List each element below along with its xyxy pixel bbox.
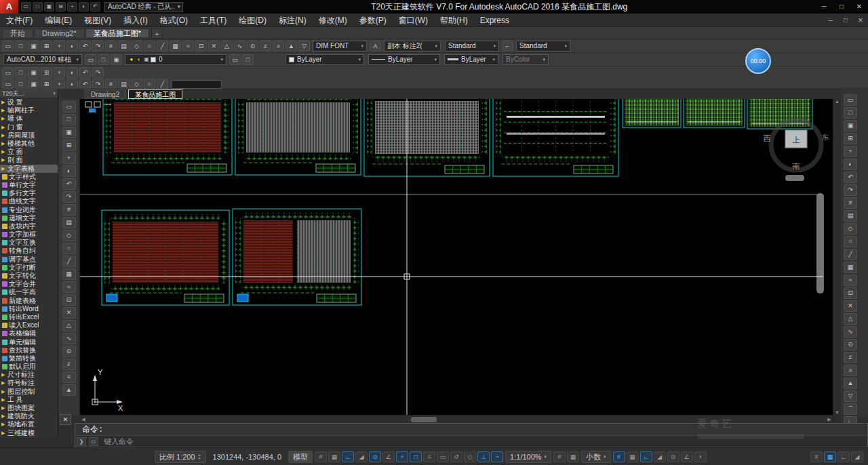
palette-close-button[interactable]: ✕ <box>60 414 71 425</box>
spline-icon[interactable]: # <box>62 204 76 216</box>
layer-states-icon[interactable]: ▣ <box>111 54 122 65</box>
scale-spinner-icon[interactable]: ▲▼ <box>198 453 201 460</box>
palette-item[interactable]: 改块内字 <box>0 222 58 230</box>
edit-spline-icon[interactable]: ≡ <box>844 365 857 376</box>
dynamic-ucs-icon[interactable]: ⊥ <box>477 451 490 462</box>
publish-icon[interactable]: ◐ <box>66 41 78 52</box>
cut-icon[interactable]: ↶ <box>79 41 91 52</box>
polar-tracking-icon[interactable]: ⊙ <box>369 451 381 462</box>
paste-icon[interactable]: # <box>105 41 117 52</box>
multiline-text-icon[interactable]: ∿ <box>62 333 76 344</box>
revision-cloud-icon[interactable]: ↷ <box>62 191 76 203</box>
palette-item[interactable]: 文字转化 <box>0 272 58 280</box>
isolate-objects-icon[interactable]: ▣ <box>28 67 39 78</box>
point-icon[interactable]: ▦ <box>62 268 76 280</box>
palette-item[interactable]: 文字样式 <box>0 173 58 181</box>
graphics-performance-icon[interactable]: ▦ <box>824 451 836 462</box>
model-space-canvas[interactable]: 上 西 东 南 Y X <box>80 99 833 415</box>
palette-item[interactable]: 曲线文字 <box>0 197 58 205</box>
quick-properties-icon[interactable]: ◇ <box>131 79 142 89</box>
palette-item[interactable]: 表格编辑 <box>0 329 58 338</box>
workspace-switching-icon[interactable]: ◢ <box>654 451 666 462</box>
transparency-icon[interactable]: ▤ <box>118 79 130 89</box>
gradient-icon[interactable]: ⊡ <box>62 294 76 306</box>
palette-item[interactable]: 单元编辑 <box>0 338 58 346</box>
explode-icon[interactable]: ∿ <box>844 326 857 338</box>
scale-icon[interactable]: ↷ <box>844 184 857 196</box>
menu-item[interactable]: Express <box>474 14 515 27</box>
palette-item[interactable]: ▶文字表格 <box>0 165 58 173</box>
workspace-quick-combo[interactable]: AutoCAD 经典 - 已从.. ▾ <box>104 2 183 12</box>
palette-item[interactable]: 单行文字 <box>0 181 58 189</box>
palette-item[interactable]: 统一字高 <box>0 288 58 296</box>
object-isolate-icon[interactable]: # <box>810 451 823 462</box>
new-file-tab-button[interactable]: + <box>151 28 163 39</box>
grid-display-icon[interactable]: ∟ <box>342 451 354 462</box>
lock-ui-icon[interactable]: + <box>694 451 707 462</box>
copy-icon[interactable]: ↷ <box>92 41 104 52</box>
menu-item[interactable]: 标注(N) <box>273 14 313 27</box>
design-center-icon[interactable]: ∿ <box>234 41 245 52</box>
measure-command-icon[interactable]: ⌒ <box>844 403 857 415</box>
markup-set-manager-icon[interactable]: ≡ <box>273 41 284 52</box>
scroll-down-icon[interactable]: ▼ <box>835 410 840 415</box>
selection-cycling-icon[interactable]: ↺ <box>450 451 462 462</box>
mirror-icon[interactable]: ▣ <box>844 120 857 132</box>
palette-item[interactable]: 递增文字 <box>0 214 58 222</box>
scroll-left-icon[interactable]: ◀ <box>80 417 87 422</box>
menu-item[interactable]: 参数(P) <box>353 14 393 27</box>
object-snap-icon[interactable]: + <box>54 79 65 89</box>
break-icon[interactable]: ▦ <box>844 262 857 273</box>
zoom-realtime-icon[interactable]: ≈ <box>182 41 194 52</box>
pan-icon[interactable]: ▦ <box>170 41 181 52</box>
hscroll-thumb[interactable] <box>411 417 437 422</box>
region-icon[interactable]: ✕ <box>62 307 76 319</box>
draw-order-front-icon[interactable]: ▭ <box>2 67 14 78</box>
menu-item[interactable]: 插入(I) <box>117 14 153 27</box>
object-snap-tracking-icon[interactable]: + <box>396 451 408 462</box>
palette-item[interactable]: ▶房间屋顶 <box>0 132 58 140</box>
scale-button[interactable]: 比例 1:200 ▲▼ <box>155 451 206 463</box>
qat-save-icon[interactable]: ▣ <box>44 2 54 12</box>
trim-icon[interactable]: ◇ <box>844 223 857 235</box>
text-style-launcher-icon[interactable]: A <box>370 41 381 52</box>
palette-item[interactable]: 转出Excel <box>0 313 58 321</box>
dynamic-input-icon[interactable]: ↷ <box>92 79 104 89</box>
mleader-style-combo[interactable]: Standard▾ <box>516 41 570 52</box>
qnew-icon[interactable]: ▭ <box>2 41 14 52</box>
quick-calc-icon[interactable]: ▲ <box>285 41 297 52</box>
ellipse-icon[interactable]: ▤ <box>62 217 76 228</box>
stretch-icon[interactable]: # <box>844 197 857 209</box>
match-properties-icon[interactable]: ▤ <box>118 41 130 52</box>
file-tab[interactable]: Drawing2* <box>34 28 85 37</box>
clean-screen-icon[interactable]: ∟ <box>837 451 850 462</box>
scroll-right-icon[interactable]: ▶ <box>826 417 833 422</box>
lineweight-display-icon[interactable]: # <box>105 79 117 89</box>
model-button[interactable]: 模型 <box>288 451 313 463</box>
app-logo-button[interactable]: A <box>0 0 18 14</box>
palette-item[interactable]: ▶建筑防火 <box>0 412 58 420</box>
palette-item[interactable]: 繁简转换 <box>0 355 58 363</box>
menu-item[interactable]: 编辑(E) <box>39 14 78 27</box>
array-icon[interactable]: + <box>844 146 857 157</box>
quick-filter-input[interactable] <box>172 80 222 89</box>
palette-item[interactable]: 读入Excel <box>0 321 58 329</box>
qat-undo-icon[interactable]: + <box>67 2 77 12</box>
donut-icon[interactable]: ≠ <box>62 359 76 370</box>
palette-item[interactable]: ▶三维建模 <box>0 429 58 437</box>
text-style-combo[interactable]: DIM FONT▾ <box>313 41 367 52</box>
fillet-icon[interactable]: ✕ <box>844 300 857 312</box>
zoom-previous-icon[interactable]: ✕ <box>208 41 220 52</box>
undo-icon[interactable]: ○ <box>144 41 155 52</box>
floating-scroll-thumb[interactable] <box>816 193 824 294</box>
layer-combo[interactable]: ● ◐ ▣ 0 ▾ <box>125 54 226 65</box>
color-combo[interactable]: ByLayer▾ <box>285 54 364 65</box>
palette-title[interactable]: T20天...▾ <box>0 89 58 98</box>
lineweight-display-icon[interactable]: ≡ <box>423 451 435 462</box>
palette-item[interactable]: 查找替换 <box>0 346 58 355</box>
open-icon[interactable]: □ <box>15 41 26 52</box>
plot-preview-icon[interactable]: + <box>54 41 65 52</box>
palette-item[interactable]: ▶尺寸标注 <box>0 371 58 379</box>
selection-cycling-icon[interactable]: ○ <box>144 79 155 89</box>
menu-item[interactable]: 视图(V) <box>78 14 117 27</box>
